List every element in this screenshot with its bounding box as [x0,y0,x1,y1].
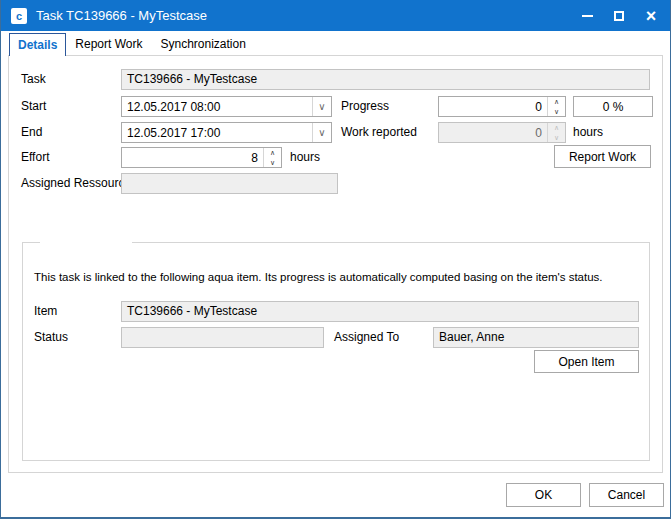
minimize-icon [582,15,593,17]
progress-label: Progress [341,99,389,113]
progress-spinner[interactable]: ∧ ∨ [438,96,566,117]
start-date-combo[interactable]: ∨ [121,96,332,117]
close-icon: × [646,7,657,25]
effort-unit-label: hours [290,150,320,164]
tab-report-work[interactable]: Report Work [66,33,151,56]
progress-input[interactable] [439,97,547,116]
chevron-down-icon: ∨ [318,101,325,112]
chevron-up-icon: ∧ [554,98,559,105]
task-label: Task [21,72,46,86]
start-dropdown-button[interactable]: ∨ [312,97,331,116]
effort-input[interactable] [122,148,263,167]
tab-synchronization[interactable]: Synchronization [152,33,255,56]
end-date-combo[interactable]: ∨ [121,122,332,143]
item-label: Item [34,304,57,318]
tab-strip: Details Report Work Synchronization [9,33,255,56]
chevron-up-icon: ∧ [270,149,275,156]
work-reported-spin-down-button: ∨ [548,133,565,143]
progress-spin-up-button[interactable]: ∧ [548,97,565,107]
effort-label: Effort [21,150,49,164]
task-field: TC139666 - MyTestcase [121,69,650,90]
assigned-ressource-label: Assigned Ressource [21,176,131,190]
assigned-to-field: Bauer, Anne [433,327,639,348]
effort-spinner[interactable]: ∧ ∨ [121,147,282,168]
task-dialog-window: c Task TC139666 - MyTestcase × Details R… [0,0,671,519]
tab-details[interactable]: Details [9,33,66,56]
chevron-down-icon: ∨ [554,108,559,115]
maximize-icon [614,11,624,21]
status-field [121,327,324,348]
assigned-to-label: Assigned To [334,330,399,344]
work-reported-label: Work reported [341,125,417,139]
progress-percent-display: 0 % [573,96,653,117]
open-item-button[interactable]: Open Item [534,350,639,373]
close-button[interactable]: × [635,0,667,31]
maximize-button[interactable] [603,0,635,31]
groupbox-caption-gap [40,241,132,244]
status-label: Status [34,330,68,344]
app-logo-icon: c [11,8,27,24]
chevron-down-icon: ∨ [270,159,275,166]
title-bar: c Task TC139666 - MyTestcase × [1,0,670,31]
report-work-button[interactable]: Report Work [554,145,651,168]
start-date-input[interactable] [122,97,312,116]
work-reported-input [439,123,547,142]
window-title: Task TC139666 - MyTestcase [36,8,571,23]
start-label: Start [21,99,46,113]
end-dropdown-button[interactable]: ∨ [312,123,331,142]
work-reported-spinner: ∧ ∨ [438,122,566,143]
work-reported-unit-label: hours [573,125,603,139]
effort-spin-down-button[interactable]: ∨ [264,158,281,168]
chevron-down-icon: ∨ [554,134,559,141]
chevron-up-icon: ∧ [554,124,559,131]
assigned-ressource-field [121,173,338,194]
chevron-down-icon: ∨ [318,127,325,138]
cancel-button[interactable]: Cancel [589,483,664,507]
end-label: End [21,125,42,139]
minimize-button[interactable] [571,0,603,31]
work-reported-spin-up-button: ∧ [548,123,565,133]
item-field: TC139666 - MyTestcase [121,301,639,322]
progress-spin-down-button[interactable]: ∨ [548,107,565,117]
ok-button[interactable]: OK [506,483,581,507]
end-date-input[interactable] [122,123,312,142]
linked-item-description: This task is linked to the following aqu… [34,271,603,283]
effort-spin-up-button[interactable]: ∧ [264,148,281,158]
